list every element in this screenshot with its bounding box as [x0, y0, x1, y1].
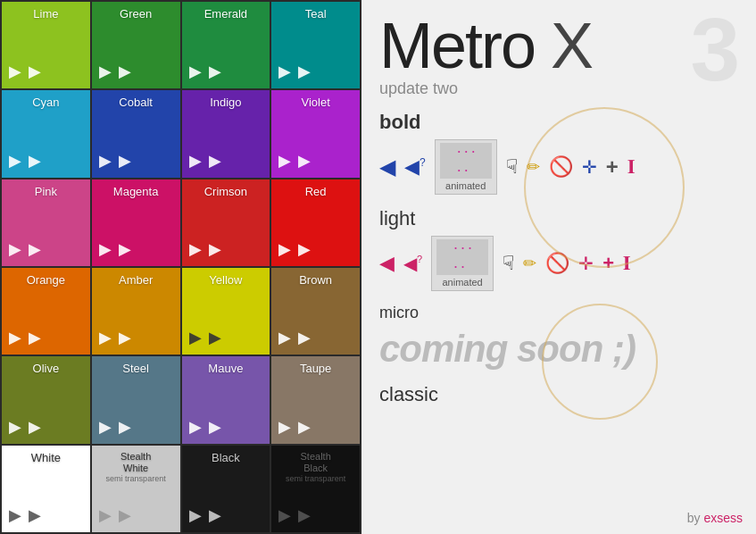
tile-cursors: ▶ ▶ [99, 63, 131, 83]
light-ibeam-cursor[interactable]: 𝐈 [623, 252, 630, 275]
light-pen-cursor[interactable]: ✏ [523, 254, 536, 273]
tile-cursors: ▶ ▶ [9, 153, 41, 172]
title-x: X [551, 10, 592, 81]
light-animated-cursor[interactable]: · · ·· · animated [431, 236, 494, 291]
tile-cursors: ▶ ▶ [9, 507, 41, 527]
tile-stealth-white[interactable]: StealthWhite semi transparent ▶ ▶ [92, 446, 180, 532]
tile-cursors: ▶ ▶ [278, 330, 311, 349]
tile-orange[interactable]: Orange ▶ ▶ [2, 268, 90, 355]
tile-teal[interactable]: Teal ▶ ▶ [271, 2, 360, 88]
by-text: by exsess [687, 511, 743, 525]
tile-cobalt[interactable]: Cobalt ▶ ▶ [92, 90, 180, 177]
color-palette: Lime ▶ ▶ Green ▶ ▶ Emerald ▶ ▶ Teal ▶ ▶ … [0, 0, 361, 534]
bold-no-cursor[interactable]: 🚫 [549, 155, 573, 179]
tile-taupe[interactable]: Taupe ▶ ▶ [271, 356, 360, 443]
tile-label: Cyan [9, 96, 83, 110]
tile-yellow[interactable]: Yellow ▶ ▶ [182, 268, 270, 355]
bold-section-label: bold [379, 111, 738, 134]
cursor-normal: ▶ [189, 241, 202, 257]
bold-animated-cursor[interactable]: · · ·· · animated [435, 139, 497, 195]
bold-plus-cursor[interactable]: + [606, 154, 619, 179]
cursor-alt: ▶ [29, 241, 41, 257]
cursor-normal: ▶ [278, 419, 291, 435]
tile-steel[interactable]: Steel ▶ ▶ [92, 356, 180, 443]
tile-cursors: ▶ ▶ [278, 507, 311, 527]
bold-normal-cursor[interactable]: ◀ [379, 154, 395, 179]
tile-magenta[interactable]: Magenta ▶ ▶ [92, 179, 180, 266]
tile-green[interactable]: Green ▶ ▶ [92, 2, 180, 88]
tile-black[interactable]: Black ▶ ▶ [182, 446, 270, 532]
tile-cursors: ▶ ▶ [278, 63, 311, 83]
cursor-alt: ▶ [119, 241, 131, 257]
tile-cursors: ▶ ▶ [278, 241, 311, 261]
tile-sublabel: semi transparent [278, 474, 353, 483]
bold-pen-cursor[interactable]: ✏ [527, 157, 540, 177]
tile-olive[interactable]: Olive ▶ ▶ [2, 356, 90, 443]
cursor-alt: ▶ [298, 419, 311, 435]
cursor-alt: ▶ [209, 153, 221, 169]
cursor-alt: ▶ [298, 63, 311, 79]
version-badge: 3 [690, 4, 738, 94]
cursor-normal: ▶ [278, 153, 291, 169]
tile-pink[interactable]: Pink ▶ ▶ [2, 179, 90, 266]
tile-emerald[interactable]: Emerald ▶ ▶ [182, 2, 270, 88]
tile-cursors: ▶ ▶ [99, 419, 131, 438]
cursor-normal: ▶ [9, 153, 21, 169]
cursor-normal: ▶ [189, 153, 202, 169]
tile-cursors: ▶ ▶ [278, 153, 311, 172]
author-highlight: ex [703, 511, 717, 525]
tile-cursors: ▶ ▶ [99, 241, 131, 261]
tile-label: Red [278, 185, 353, 199]
cursor-alt: ▶ [209, 63, 221, 79]
light-move-cursor[interactable]: ✛ [578, 253, 594, 274]
tile-white[interactable]: White ▶ ▶ [2, 446, 90, 532]
cursor-normal: ▶ [9, 330, 21, 346]
light-no-cursor[interactable]: 🚫 [545, 252, 569, 275]
light-hand-cursor[interactable]: ☟ [503, 252, 514, 275]
tile-stealth-black[interactable]: StealthBlack semi transparent ▶ ▶ [271, 446, 360, 532]
bold-cursor-row: ◀ ◀? · · ·· · animated ☟ ✏ 🚫 ✛ + 𝐈 [379, 139, 738, 195]
tile-brown[interactable]: Brown ▶ ▶ [271, 268, 360, 355]
light-plus-cursor[interactable]: + [602, 252, 614, 275]
title-prefix: Metro [379, 10, 551, 81]
cursor-alt: ▶ [119, 507, 131, 523]
bold-help-cursor[interactable]: ◀? [404, 155, 426, 179]
tile-label: Indigo [189, 96, 263, 110]
tile-indigo[interactable]: Indigo ▶ ▶ [182, 90, 270, 177]
cursor-alt: ▶ [29, 63, 41, 79]
bold-ibeam-cursor[interactable]: 𝐈 [627, 155, 635, 179]
tile-red[interactable]: Red ▶ ▶ [271, 179, 360, 266]
tile-cursors: ▶ ▶ [189, 419, 221, 438]
light-normal-cursor[interactable]: ◀ [379, 252, 395, 275]
tile-crimson[interactable]: Crimson ▶ ▶ [182, 179, 270, 266]
tile-label: Yellow [189, 273, 263, 288]
animated-label-light: animated [442, 277, 482, 288]
bold-move-cursor[interactable]: ✛ [582, 156, 597, 178]
section-classic: classic [379, 383, 738, 406]
dot-cluster-light: · · ·· · [453, 239, 471, 275]
tile-cyan[interactable]: Cyan ▶ ▶ [2, 90, 90, 177]
cursor-alt: ▶ [119, 419, 131, 435]
tile-label: StealthBlack [278, 451, 353, 474]
animated-preview: · · ·· · [440, 143, 492, 179]
tile-cursors: ▶ ▶ [9, 330, 41, 349]
cursor-normal: ▶ [99, 330, 112, 346]
light-cursor-row: ◀ ◀? · · ·· · animated ☟ ✏ 🚫 ✛ + 𝐈 [379, 236, 738, 291]
tile-cursors: ▶ ▶ [278, 419, 311, 438]
cursor-alt: ▶ [29, 419, 41, 435]
tile-violet[interactable]: Violet ▶ ▶ [271, 90, 360, 177]
tile-mauve[interactable]: Mauve ▶ ▶ [182, 356, 270, 443]
tile-cursors: ▶ ▶ [99, 507, 131, 527]
tile-label: Crimson [189, 185, 263, 199]
bold-hand-cursor[interactable]: ☟ [506, 155, 518, 179]
tile-cursors: ▶ ▶ [189, 63, 221, 83]
tile-label: Steel [99, 362, 173, 376]
tile-lime[interactable]: Lime ▶ ▶ [2, 2, 90, 88]
cursor-normal: ▶ [99, 241, 112, 257]
cursor-normal: ▶ [99, 419, 112, 435]
light-help-cursor[interactable]: ◀? [403, 253, 422, 274]
tile-amber[interactable]: Amber ▶ ▶ [92, 268, 180, 355]
tile-label: Black [189, 451, 263, 465]
tile-label: Pink [9, 185, 83, 199]
animated-label: animated [445, 180, 486, 191]
